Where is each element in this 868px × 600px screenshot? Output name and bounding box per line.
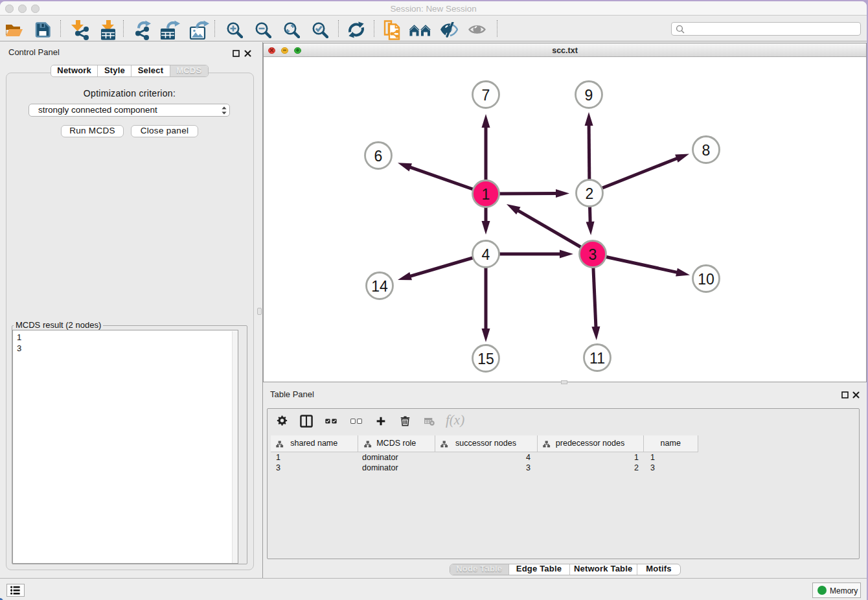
svg-text:10: 10 bbox=[698, 271, 714, 288]
svg-text:15: 15 bbox=[477, 351, 494, 367]
svg-text:3: 3 bbox=[589, 246, 597, 263]
svg-text:2: 2 bbox=[586, 185, 594, 202]
svg-text:1: 1 bbox=[482, 186, 490, 203]
svg-text:7: 7 bbox=[482, 87, 490, 104]
svg-text:6: 6 bbox=[374, 148, 383, 165]
svg-text:9: 9 bbox=[585, 87, 593, 104]
svg-text:4: 4 bbox=[482, 246, 490, 263]
svg-text:14: 14 bbox=[371, 278, 388, 295]
svg-text:8: 8 bbox=[702, 142, 711, 159]
svg-text:11: 11 bbox=[589, 350, 605, 367]
